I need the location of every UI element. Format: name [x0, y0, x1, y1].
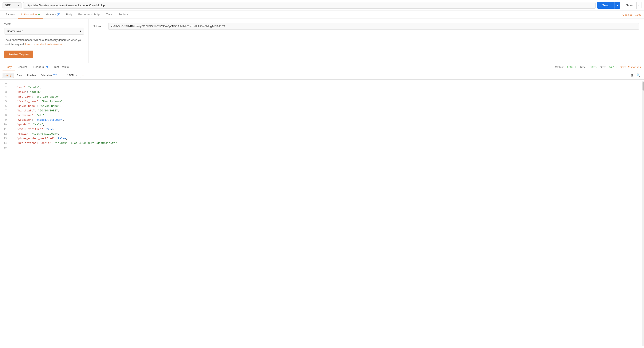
preview-request-button[interactable]: Preview Request — [4, 50, 33, 58]
token-input[interactable] — [108, 23, 639, 30]
learn-more-link[interactable]: Learn more about authorization — [25, 43, 62, 46]
code-line: 10 "gender": "Male", — [0, 123, 642, 128]
headers-count: (8) — [57, 13, 60, 16]
fmt-tab-raw[interactable]: Raw — [14, 73, 24, 78]
format-select[interactable]: JSON ▾ — [65, 73, 79, 78]
auth-type-label: TYPE — [4, 23, 84, 26]
scrollbar[interactable] — [642, 81, 644, 346]
code-line: 12 "email": "test@email.com", — [0, 132, 642, 137]
code-line: 9 "website": "https://ctt.com", — [0, 118, 642, 123]
type-chevron-icon: ▾ — [80, 30, 81, 33]
token-label: Token — [94, 25, 104, 28]
auth-description: The authorization header will be automat… — [4, 38, 84, 46]
code-line: 2 "sub": "admin", — [0, 86, 642, 90]
code-line: 11 "email_verified": true, — [0, 128, 642, 132]
code-line: 3 "name": "admin", — [0, 90, 642, 95]
save-dropdown-icon[interactable]: ▾ — [636, 2, 641, 9]
save-btn-group: Save ▾ — [622, 2, 642, 9]
tab-settings[interactable]: Settings — [116, 11, 132, 18]
resp-status-bar: Status: 200 OK Time: 86ms Size: 547 B Sa… — [555, 66, 642, 69]
cookies-link[interactable]: Cookies — [622, 13, 632, 16]
resp-tab-body[interactable]: Body — [2, 63, 15, 71]
code-link[interactable]: Code — [635, 13, 642, 16]
beta-badge: BETA — [52, 74, 57, 76]
token-row: Token — [94, 23, 639, 30]
tab-params[interactable]: Params — [2, 11, 18, 18]
top-bar: GET ▾ Send ▾ Save ▾ — [0, 0, 644, 11]
format-bar-right: ⧉ 🔍 — [630, 72, 642, 78]
code-line: 4 "profile": "profile value", — [0, 95, 642, 100]
format-chevron-icon: ▾ — [76, 74, 77, 77]
fmt-tab-preview[interactable]: Preview — [25, 73, 38, 78]
tab-tests[interactable]: Tests — [103, 11, 116, 18]
auth-left-panel: TYPE Bearer Token ▾ The authorization he… — [0, 19, 88, 63]
code-line: 1 { — [0, 81, 642, 86]
response-section: Body Cookies Headers (7) Test Results St… — [0, 63, 644, 348]
tab-body[interactable]: Body — [63, 11, 76, 18]
code-line: 13 "phone_number_verified": false, — [0, 137, 642, 142]
format-bar: Pretty Raw Preview Visualize BETA JSON ▾… — [0, 71, 644, 80]
status-label: Status: — [555, 66, 564, 69]
auth-active-dot — [38, 14, 40, 16]
search-button[interactable]: 🔍 — [636, 72, 642, 78]
method-chevron-icon: ▾ — [18, 4, 19, 7]
response-tabs-bar: Body Cookies Headers (7) Test Results St… — [0, 63, 644, 71]
method-label: GET — [5, 4, 10, 7]
auth-panel: TYPE Bearer Token ▾ The authorization he… — [0, 19, 644, 63]
code-line: 5 "family_name": "Family Name", — [0, 100, 642, 104]
resp-tab-test-results[interactable]: Test Results — [51, 63, 72, 71]
code-line: 6 "given_name": "Given Name", — [0, 104, 642, 109]
code-line: 14 "urn:internal:userid": "1d684918-b8ac… — [0, 142, 642, 146]
request-tabs: Params Authorization Headers (8) Body Pr… — [0, 11, 644, 19]
save-button[interactable]: Save — [622, 2, 636, 9]
send-button[interactable]: Send — [597, 2, 614, 9]
req-tabs-right: Cookies Code — [622, 13, 642, 16]
auth-right-panel: Token — [88, 19, 644, 63]
time-value: 86ms — [590, 66, 596, 69]
time-label: Time: — [580, 66, 586, 69]
url-input[interactable] — [23, 2, 596, 9]
fmt-tab-pretty[interactable]: Pretty — [2, 73, 14, 78]
resp-tab-headers[interactable]: Headers (7) — [30, 63, 51, 71]
send-dropdown-icon[interactable]: ▾ — [614, 2, 620, 9]
tab-pre-request-script[interactable]: Pre-request Script — [76, 11, 104, 18]
status-value: 200 OK — [567, 66, 576, 69]
tab-headers[interactable]: Headers (8) — [43, 11, 63, 18]
code-line: 15 } — [0, 146, 642, 151]
website-link[interactable]: "https://ctt.com" — [35, 118, 63, 122]
format-value: JSON — [67, 74, 74, 77]
save-response-button[interactable]: Save Response ▾ — [620, 66, 642, 69]
size-value: 547 B — [610, 66, 616, 69]
code-view: 1 { 2 "sub": "admin", 3 "name": "admin",… — [0, 80, 644, 348]
resp-tab-cookies[interactable]: Cookies — [15, 63, 30, 71]
scrollbar-thumb — [642, 82, 644, 90]
divider — [62, 73, 62, 78]
method-select[interactable]: GET ▾ — [2, 2, 22, 8]
copy-button[interactable]: ⧉ — [630, 72, 634, 78]
tab-authorization[interactable]: Authorization — [18, 11, 43, 18]
type-value: Bearer Token — [7, 30, 23, 33]
code-line: 8 "nickname": "ctt", — [0, 114, 642, 118]
bearer-token-select[interactable]: Bearer Token ▾ — [4, 28, 84, 34]
code-content: 1 { 2 "sub": "admin", 3 "name": "admin",… — [0, 81, 642, 346]
resp-headers-count: (7) — [44, 65, 48, 68]
code-line: 7 "birthdate": "20/10/1982", — [0, 109, 642, 114]
fmt-tab-visualize[interactable]: Visualize BETA — [39, 72, 60, 78]
size-label: Size: — [600, 66, 606, 69]
send-btn-group: Send ▾ — [597, 2, 620, 9]
wrap-button[interactable]: ⇌ — [80, 73, 86, 78]
